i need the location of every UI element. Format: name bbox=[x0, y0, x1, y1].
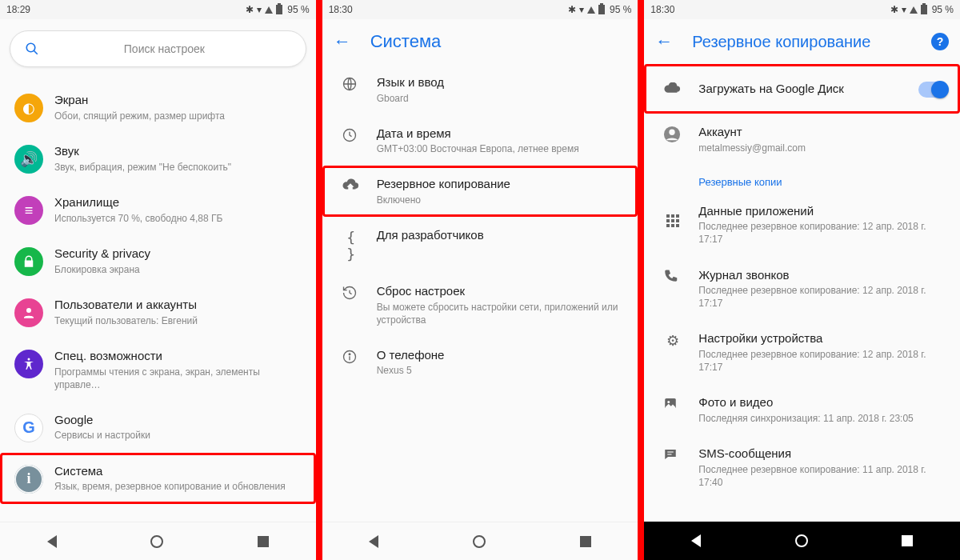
item-sub: Блокировка экрана bbox=[54, 263, 303, 276]
screen-settings-root: 18:29 ✱ ▾ 95 % Поиск настроек ◐ Экран Об… bbox=[0, 0, 316, 560]
backup-item-device[interactable]: ⚙ Настройки устройства Последнее резервн… bbox=[644, 320, 960, 384]
info-outline-icon bbox=[342, 349, 361, 365]
help-button[interactable]: ? bbox=[931, 33, 949, 50]
settings-item-storage[interactable]: ≡ Хранилище Используется 70 %, свободно … bbox=[0, 184, 316, 235]
status-icons: ✱ ▾ 95 % bbox=[568, 4, 631, 15]
nav-back-button[interactable] bbox=[691, 534, 701, 547]
svg-point-8 bbox=[349, 354, 350, 355]
item-sub: Последнее резервное копирование: 12 апр.… bbox=[698, 348, 947, 374]
settings-item-security[interactable]: Security & privacy Блокировка экрана bbox=[0, 235, 316, 286]
clock-icon bbox=[342, 127, 361, 143]
settings-list[interactable]: ◐ Экран Обои, спящий режим, размер шрифт… bbox=[0, 82, 316, 522]
wifi-icon: ▾ bbox=[902, 4, 906, 15]
appbar: ← Резервное копирование ? bbox=[644, 19, 960, 64]
item-sub: Язык, время, резервное копирование и обн… bbox=[54, 480, 303, 493]
item-title: Спец. возможности bbox=[54, 348, 303, 364]
bluetooth-icon: ✱ bbox=[246, 4, 254, 15]
braces-icon: { } bbox=[342, 229, 361, 262]
settings-item-google[interactable]: G Google Сервисы и настройки bbox=[0, 402, 316, 453]
nav-recent-button[interactable] bbox=[902, 535, 913, 546]
backup-account-row[interactable]: Аккаунт metalmessiy@gmail.com bbox=[644, 114, 960, 165]
nav-bar bbox=[0, 522, 316, 560]
settings-item-display[interactable]: ◐ Экран Обои, спящий режим, размер шрифт… bbox=[0, 82, 316, 133]
system-item-language[interactable]: Язык и ввод Gboard bbox=[322, 64, 638, 115]
system-item-backup[interactable]: Резервное копирование Включено bbox=[322, 166, 638, 217]
status-time: 18:29 bbox=[6, 4, 30, 15]
nav-back-button[interactable] bbox=[47, 535, 57, 548]
wifi-icon: ▾ bbox=[257, 4, 262, 15]
battery-icon bbox=[598, 5, 605, 14]
item-title: Загружать на Google Диск bbox=[698, 81, 918, 97]
system-list[interactable]: Язык и ввод Gboard Дата и время GMT+03:0… bbox=[322, 64, 638, 522]
system-item-about[interactable]: О телефоне Nexus 5 bbox=[322, 337, 638, 388]
system-item-datetime[interactable]: Дата и время GMT+03:00 Восточная Европа,… bbox=[322, 115, 638, 166]
screenshot-divider bbox=[638, 0, 644, 560]
nav-recent-button[interactable] bbox=[580, 536, 591, 547]
back-button[interactable]: ← bbox=[334, 31, 356, 52]
nav-back-button[interactable] bbox=[369, 535, 378, 548]
item-title: Хранилище bbox=[54, 194, 303, 210]
backup-toggle[interactable] bbox=[918, 82, 947, 98]
backup-item-photos[interactable]: Фото и видео Последняя синхронизация: 11… bbox=[644, 384, 960, 435]
search-input[interactable]: Поиск настроек bbox=[10, 30, 306, 67]
item-sub: Используется 70 %, свободно 4,88 ГБ bbox=[54, 212, 303, 225]
item-title: Фото и видео bbox=[698, 394, 947, 410]
status-icons: ✱ ▾ 95 % bbox=[890, 4, 954, 15]
item-sub: Сервисы и настройки bbox=[54, 429, 303, 442]
system-item-developer[interactable]: { } Для разработчиков bbox=[322, 217, 638, 273]
storage-icon: ≡ bbox=[14, 196, 43, 225]
backup-item-apps[interactable]: Данные приложений Последнее резервное ко… bbox=[644, 193, 960, 257]
nav-bar bbox=[322, 522, 638, 560]
cloud-upload-icon bbox=[342, 178, 361, 194]
screen-backup: 18:30 ✱ ▾ 95 % ← Резервное копирование ?… bbox=[644, 0, 960, 560]
signal-icon bbox=[265, 6, 273, 14]
nav-bar bbox=[644, 522, 960, 560]
backup-item-calls[interactable]: Журнал звонков Последнее резервное копир… bbox=[644, 257, 960, 321]
item-sub: Последнее резервное копирование: 11 апр.… bbox=[698, 463, 947, 489]
status-bar: 18:30 ✱ ▾ 95 % bbox=[322, 0, 638, 19]
google-icon: G bbox=[14, 414, 43, 442]
svg-point-12 bbox=[668, 401, 670, 403]
settings-item-system[interactable]: i Система Язык, время, резервное копиров… bbox=[0, 453, 316, 504]
item-title: Журнал звонков bbox=[698, 267, 947, 283]
nav-recent-button[interactable] bbox=[258, 536, 269, 547]
screen-system: 18:30 ✱ ▾ 95 % ← Система Язык и ввод Gbo… bbox=[322, 0, 638, 560]
section-header: Резервные копии bbox=[644, 165, 960, 193]
item-title: Пользователи и аккаунты bbox=[54, 297, 303, 313]
accessibility-icon bbox=[14, 350, 43, 378]
settings-item-accessibility[interactable]: Спец. возможности Программы чтения с экр… bbox=[0, 338, 316, 402]
status-icons: ✱ ▾ 95 % bbox=[246, 4, 309, 15]
item-title: Настройки устройства bbox=[698, 330, 947, 346]
backup-item-sms[interactable]: SMS-сообщения Последнее резервное копиро… bbox=[644, 435, 960, 499]
settings-item-users[interactable]: Пользователи и аккаунты Текущий пользова… bbox=[0, 286, 316, 338]
backup-list[interactable]: Загружать на Google Диск Аккаунт metalme… bbox=[644, 64, 960, 522]
system-item-reset[interactable]: Сброс настроек Вы можете сбросить настро… bbox=[322, 273, 638, 337]
item-title: Система bbox=[54, 463, 303, 479]
item-title: Экран bbox=[54, 92, 303, 108]
item-sub: Вы можете сбросить настройки сети, прило… bbox=[377, 301, 626, 326]
apps-grid-icon bbox=[663, 205, 682, 227]
account-icon bbox=[663, 126, 682, 143]
backup-toggle-row[interactable]: Загружать на Google Диск bbox=[644, 64, 960, 114]
image-icon bbox=[663, 396, 682, 410]
nav-home-button[interactable] bbox=[150, 535, 163, 548]
back-button[interactable]: ← bbox=[655, 31, 678, 52]
appbar: ← Система bbox=[322, 19, 638, 64]
item-title: Звук bbox=[54, 143, 303, 159]
settings-item-sound[interactable]: 🔊 Звук Звук, вибрация, режим "Не беспоко… bbox=[0, 133, 316, 184]
page-title: Резервное копирование bbox=[692, 33, 931, 51]
item-title: Аккаунт bbox=[698, 124, 947, 140]
lock-icon bbox=[14, 247, 43, 276]
item-title: SMS-сообщения bbox=[698, 446, 947, 462]
status-time: 18:30 bbox=[329, 4, 353, 15]
signal-icon bbox=[910, 6, 918, 14]
nav-home-button[interactable] bbox=[795, 534, 808, 547]
bluetooth-icon: ✱ bbox=[890, 4, 898, 15]
wifi-icon: ▾ bbox=[579, 4, 584, 15]
search-placeholder: Поиск настроек bbox=[38, 42, 291, 55]
item-title: Дата и время bbox=[377, 126, 626, 142]
item-title: О телефоне bbox=[377, 347, 626, 363]
nav-home-button[interactable] bbox=[473, 535, 486, 548]
item-title: Сброс настроек bbox=[377, 283, 626, 299]
svg-point-3 bbox=[28, 358, 30, 361]
